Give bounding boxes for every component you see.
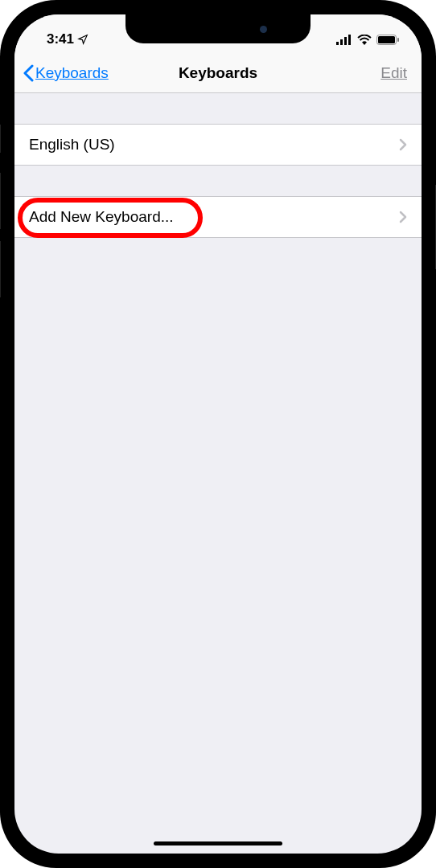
navigation-bar: Keyboards Keyboards Edit — [14, 53, 422, 93]
chevron-right-icon — [399, 211, 407, 223]
chevron-right-icon — [399, 138, 407, 151]
svg-rect-6 — [397, 38, 399, 42]
phone-frame: 3:41 — [0, 0, 436, 868]
back-button[interactable]: Keyboards — [23, 64, 109, 82]
svg-rect-2 — [344, 37, 347, 45]
back-button-label: Keyboards — [35, 64, 109, 82]
keyboard-row-label: English (US) — [29, 136, 115, 154]
edit-button[interactable]: Edit — [380, 64, 407, 82]
notch — [125, 14, 311, 43]
add-new-keyboard-label: Add New Keyboard... — [29, 208, 174, 226]
volume-up-button — [0, 173, 1, 229]
volume-down-button — [0, 241, 1, 297]
screen: 3:41 — [14, 14, 422, 854]
add-new-keyboard-row[interactable]: Add New Keyboard... — [14, 196, 422, 238]
section-spacer — [14, 166, 422, 196]
keyboard-row[interactable]: English (US) — [14, 124, 422, 166]
home-indicator[interactable] — [154, 841, 282, 845]
silent-switch — [0, 125, 1, 153]
wifi-icon — [357, 35, 372, 45]
content-area: English (US) Add New Keyboard... — [14, 93, 422, 238]
chevron-left-icon — [23, 64, 34, 82]
svg-rect-3 — [348, 35, 351, 45]
status-time: 3:41 — [47, 31, 74, 47]
battery-icon — [376, 35, 399, 45]
cellular-signal-icon — [336, 35, 352, 45]
svg-rect-0 — [336, 42, 339, 45]
svg-rect-1 — [340, 39, 343, 45]
location-arrow-icon — [77, 34, 88, 45]
svg-rect-5 — [378, 36, 395, 43]
camera-dot — [260, 26, 267, 33]
section-spacer — [14, 93, 422, 124]
page-title: Keyboards — [179, 64, 257, 82]
